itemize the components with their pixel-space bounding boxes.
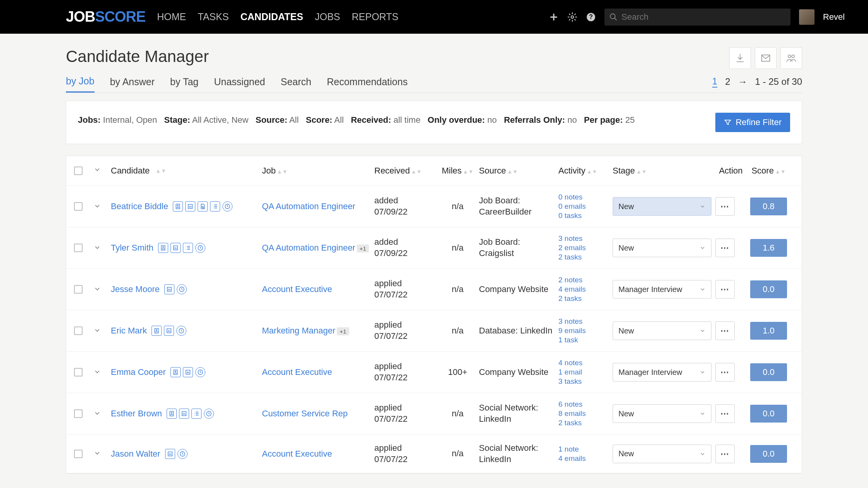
- col-source[interactable]: Source▲▼: [479, 166, 555, 176]
- nav-candidates[interactable]: CANDIDATES: [240, 11, 303, 22]
- emails-link[interactable]: 8 emails: [558, 409, 609, 418]
- row-expand[interactable]: [93, 409, 107, 418]
- row-expand[interactable]: [93, 244, 107, 253]
- job-link[interactable]: Account Executive: [262, 449, 332, 459]
- row-actions-button[interactable]: ⋯: [715, 321, 735, 340]
- emails-link[interactable]: 9 emails: [558, 326, 609, 335]
- nav-home[interactable]: HOME: [157, 11, 186, 22]
- row-checkbox[interactable]: [74, 285, 83, 294]
- notes-link[interactable]: 2 notes: [558, 276, 609, 284]
- emails-link[interactable]: 2 emails: [558, 244, 609, 252]
- row-actions-button[interactable]: ⋯: [715, 280, 735, 299]
- help-icon[interactable]: ?: [586, 12, 596, 22]
- page-2[interactable]: 2: [725, 76, 730, 87]
- row-checkbox[interactable]: [74, 244, 83, 252]
- linkedin-icon[interactable]: in: [164, 326, 174, 336]
- expand-all[interactable]: [93, 166, 107, 176]
- tasks-link[interactable]: 1 task: [558, 336, 609, 344]
- row-actions-button[interactable]: ⋯: [715, 239, 735, 257]
- page-1[interactable]: 1: [712, 76, 717, 88]
- tab-by-job[interactable]: by Job: [66, 76, 95, 93]
- candidate-name-link[interactable]: Jason Walter: [111, 449, 160, 459]
- tasks-link[interactable]: 2 tasks: [558, 253, 609, 261]
- linkedin-icon[interactable]: in: [165, 449, 175, 459]
- notes-link[interactable]: 4 notes: [558, 359, 609, 367]
- linkedin-icon[interactable]: in: [185, 201, 195, 211]
- list-icon[interactable]: [191, 409, 202, 419]
- clock-icon[interactable]: [204, 409, 214, 419]
- tab-unassigned[interactable]: Unassigned: [214, 76, 265, 92]
- list-icon[interactable]: [210, 201, 220, 211]
- row-expand[interactable]: [93, 326, 107, 335]
- stage-select[interactable]: Manager Interview: [613, 363, 711, 381]
- group-button[interactable]: [780, 47, 802, 69]
- col-stage[interactable]: Stage▲▼: [613, 166, 711, 176]
- notes-link[interactable]: 0 notes: [558, 193, 609, 201]
- linkedin-icon[interactable]: in: [179, 409, 189, 419]
- col-miles[interactable]: Miles▲▼: [440, 166, 475, 176]
- emails-link[interactable]: 0 emails: [558, 202, 609, 211]
- col-score[interactable]: Score▲▼: [750, 166, 787, 176]
- col-activity[interactable]: Activity▲▼: [558, 166, 609, 176]
- clock-icon[interactable]: [177, 284, 187, 294]
- row-expand[interactable]: [93, 449, 107, 458]
- stage-select[interactable]: New: [613, 445, 711, 463]
- page-next[interactable]: →: [738, 76, 747, 87]
- notes-link[interactable]: 6 notes: [558, 400, 609, 409]
- notes-link[interactable]: 3 notes: [558, 234, 609, 243]
- row-expand[interactable]: [93, 202, 107, 211]
- stage-select[interactable]: New: [613, 321, 711, 340]
- emails-link[interactable]: 1 email: [558, 368, 609, 376]
- stage-select[interactable]: New: [613, 404, 711, 423]
- row-expand[interactable]: [93, 285, 107, 294]
- search-box[interactable]: [604, 9, 790, 26]
- tasks-link[interactable]: 0 tasks: [558, 211, 609, 220]
- linkedin-icon[interactable]: in: [170, 243, 181, 253]
- candidate-name-link[interactable]: Eric Mark: [111, 326, 147, 336]
- gear-icon[interactable]: [567, 12, 577, 22]
- resume-icon[interactable]: [167, 409, 177, 419]
- linkedin-icon[interactable]: in: [164, 284, 174, 294]
- select-all-checkbox[interactable]: [74, 167, 83, 175]
- clock-icon[interactable]: [222, 201, 232, 211]
- nav-jobs[interactable]: JOBS: [315, 11, 340, 22]
- stage-select[interactable]: New: [613, 239, 711, 257]
- resume-icon[interactable]: [173, 201, 183, 211]
- notes-link[interactable]: 1 note: [558, 445, 609, 454]
- tab-by-tag[interactable]: by Tag: [170, 76, 198, 92]
- resume-icon[interactable]: [152, 326, 162, 336]
- job-link[interactable]: Customer Service Rep: [262, 409, 348, 418]
- row-checkbox[interactable]: [74, 368, 83, 376]
- download-button[interactable]: [729, 47, 751, 69]
- candidate-name-link[interactable]: Tyler Smith: [111, 243, 153, 253]
- refine-filter-button[interactable]: Refine Filter: [715, 113, 790, 132]
- candidate-name-link[interactable]: Beatrice Biddle: [111, 201, 168, 211]
- col-job[interactable]: Job▲▼: [262, 166, 370, 176]
- plus-icon[interactable]: [549, 12, 559, 22]
- col-received[interactable]: Received▲▼: [374, 166, 436, 176]
- job-link[interactable]: QA Automation Engineer: [262, 243, 355, 253]
- linkedin-icon[interactable]: in: [183, 367, 193, 377]
- job-link[interactable]: Account Executive: [262, 367, 332, 377]
- row-checkbox[interactable]: [74, 326, 83, 335]
- candidate-name-link[interactable]: Jesse Moore: [111, 284, 160, 294]
- row-checkbox[interactable]: [74, 450, 83, 458]
- tab-recommendations[interactable]: Recommendations: [327, 76, 407, 92]
- tasks-link[interactable]: 3 tasks: [558, 377, 609, 386]
- nav-reports[interactable]: REPORTS: [352, 11, 398, 22]
- resume-icon[interactable]: [170, 367, 181, 377]
- clock-icon[interactable]: [176, 326, 186, 336]
- row-actions-button[interactable]: ⋯: [715, 363, 735, 381]
- job-link[interactable]: Account Executive: [262, 284, 332, 294]
- email-button[interactable]: [755, 47, 777, 69]
- search-input[interactable]: [622, 12, 786, 22]
- resume-icon[interactable]: [158, 243, 168, 253]
- clock-icon[interactable]: [195, 243, 205, 253]
- stage-select[interactable]: New: [613, 197, 711, 216]
- row-expand[interactable]: [93, 368, 107, 377]
- emails-link[interactable]: 4 emails: [558, 285, 609, 294]
- job-link[interactable]: Marketing Manager: [262, 326, 336, 335]
- tab-search[interactable]: Search: [281, 76, 311, 92]
- clock-icon[interactable]: [195, 367, 205, 377]
- tab-by-answer[interactable]: by Answer: [110, 76, 155, 92]
